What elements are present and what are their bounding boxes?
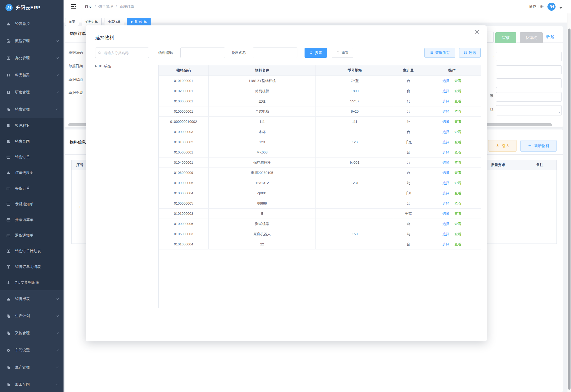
view-link[interactable]: 查看 bbox=[455, 211, 462, 216]
view-link[interactable]: 查看 bbox=[455, 89, 462, 93]
cell-material-name: 家庭机器人 bbox=[209, 229, 316, 239]
office-icon bbox=[6, 56, 11, 60]
select-link[interactable]: 选择 bbox=[443, 160, 450, 165]
reset-button[interactable]: 重置 bbox=[332, 48, 353, 58]
view-link[interactable]: 查看 bbox=[455, 130, 462, 134]
sidebar-item-备货订单[interactable]: 备货订单 bbox=[0, 181, 63, 196]
sidebar-item-加工车间[interactable]: 加工车间 bbox=[0, 376, 63, 392]
sidebar-item-办公管理[interactable]: 办公管理 bbox=[0, 49, 63, 67]
collapse-sidebar-icon[interactable] bbox=[70, 4, 77, 9]
breadcrumb-home[interactable]: 首页 bbox=[85, 4, 92, 9]
sidebar-item-7天交货明细表[interactable]: 7天交货明细表 bbox=[0, 275, 63, 290]
sidebar-item-生产计划[interactable]: 生产计划 bbox=[0, 308, 63, 324]
sidebar-item-流程管理[interactable]: 流程管理 bbox=[0, 32, 63, 49]
view-link[interactable]: 查看 bbox=[455, 191, 462, 196]
select-link[interactable]: 选择 bbox=[443, 242, 450, 247]
sidebar-item-料品档案[interactable]: 料品档案 bbox=[0, 67, 63, 84]
right-field-2[interactable] bbox=[496, 65, 562, 74]
chevron-down-icon[interactable] bbox=[559, 7, 562, 9]
right-field-4[interactable] bbox=[496, 92, 562, 102]
resize-handle-icon[interactable] bbox=[558, 110, 560, 114]
sidebar-item-开票结算单[interactable]: 开票结算单 bbox=[0, 212, 63, 228]
material-table-row: 0101000004 22 台 选择 查看 bbox=[159, 239, 481, 250]
add-material-button[interactable]: 新增物料 bbox=[520, 140, 557, 152]
select-link[interactable]: 选择 bbox=[443, 211, 450, 216]
view-link[interactable]: 查看 bbox=[455, 242, 462, 247]
category-search-input[interactable] bbox=[95, 47, 149, 58]
avatar[interactable]: M bbox=[547, 3, 556, 11]
sidebar-item-客户档案[interactable]: 客户档案 bbox=[0, 118, 63, 134]
tab-首页[interactable]: 首页 bbox=[65, 18, 79, 26]
material-name-input[interactable] bbox=[253, 47, 297, 58]
view-link[interactable]: 查看 bbox=[455, 99, 462, 104]
import-button[interactable]: 引入 bbox=[488, 140, 517, 152]
sidebar-item-车间设置[interactable]: 车间设置 bbox=[0, 342, 63, 359]
row-remark-cell[interactable] bbox=[523, 170, 556, 243]
sidebar-item-生产管理[interactable]: 生产管理 bbox=[0, 359, 63, 376]
view-link[interactable]: 查看 bbox=[455, 201, 462, 206]
audit-button[interactable]: 审核 bbox=[495, 32, 516, 43]
sidebar-item-销售订单[interactable]: 销售订单 bbox=[0, 149, 63, 165]
select-link[interactable]: 选择 bbox=[443, 171, 450, 175]
vertical-scrollbar-thumb[interactable] bbox=[568, 28, 571, 390]
chain-select-button[interactable]: 连选 bbox=[459, 48, 481, 58]
collapse-link[interactable]: 收起 bbox=[546, 34, 554, 40]
view-link[interactable]: 查看 bbox=[455, 232, 462, 236]
material-code-input[interactable] bbox=[180, 47, 225, 58]
query-all-button[interactable]: 查询所有 bbox=[424, 48, 455, 58]
view-link[interactable]: 查看 bbox=[455, 79, 462, 83]
tab-新增订单[interactable]: 新增订单 bbox=[127, 18, 150, 26]
view-link[interactable]: 查看 bbox=[455, 140, 462, 144]
remark-textarea[interactable] bbox=[496, 105, 562, 115]
tab-销售订单[interactable]: 销售订单 bbox=[82, 18, 102, 26]
select-link[interactable]: 选择 bbox=[443, 222, 450, 226]
page-title: 销售订单 bbox=[70, 31, 86, 36]
sidebar-item-研发管理[interactable]: 研发管理 bbox=[0, 84, 63, 101]
select-link[interactable]: 选择 bbox=[443, 140, 450, 144]
sidebar-item-销售报表[interactable]: 销售报表 bbox=[0, 290, 63, 308]
select-link[interactable]: 选择 bbox=[443, 109, 450, 114]
select-link[interactable]: 选择 bbox=[443, 201, 450, 206]
select-link[interactable]: 选择 bbox=[443, 130, 450, 134]
view-link[interactable]: 查看 bbox=[455, 171, 462, 175]
col-header-spec: 型号规格 bbox=[316, 65, 394, 76]
select-link[interactable]: 选择 bbox=[443, 232, 450, 236]
unaudit-button[interactable]: 反审核 bbox=[520, 32, 543, 43]
sidebar-item-发货通知单[interactable]: 发货通知单 bbox=[0, 196, 63, 212]
sidebar-item-销售合同[interactable]: 销售合同 bbox=[0, 134, 63, 149]
sidebar-item-经营总控[interactable]: 经营总控 bbox=[0, 15, 63, 32]
cell-material-code: 0103000001 bbox=[159, 96, 209, 106]
select-link[interactable]: 选择 bbox=[443, 150, 450, 155]
view-link[interactable]: 查看 bbox=[455, 222, 462, 226]
view-link[interactable]: 查看 bbox=[455, 160, 462, 165]
sidebar-item-销售订单计划表[interactable]: 销售订单计划表 bbox=[0, 243, 63, 259]
tab-查看订单[interactable]: 查看订单 bbox=[104, 18, 124, 26]
sidebar-item-销售订单明细表[interactable]: 销售订单明细表 bbox=[0, 259, 63, 275]
select-link[interactable]: 选择 bbox=[443, 99, 450, 104]
view-link[interactable]: 查看 bbox=[455, 181, 462, 185]
sidebar-item-退货通知单[interactable]: 退货通知单 bbox=[0, 228, 63, 243]
right-field-1[interactable] bbox=[496, 52, 562, 61]
cell-material-code: 0102000001 bbox=[159, 86, 209, 96]
close-icon[interactable]: ✕ bbox=[474, 29, 480, 35]
sidebar-item-采购管理[interactable]: 采购管理 bbox=[0, 324, 63, 342]
select-link[interactable]: 选择 bbox=[443, 79, 450, 83]
view-link[interactable]: 查看 bbox=[455, 150, 462, 155]
select-link[interactable]: 选择 bbox=[443, 89, 450, 93]
breadcrumb-sales[interactable]: 销售管理 bbox=[98, 4, 113, 9]
sidebar-item-销售管理[interactable]: 销售管理 bbox=[0, 101, 63, 118]
material-table-row: 0104000001 保存箱拉杆 lx-001 台 选择 查看 bbox=[159, 157, 481, 168]
flow-doc-icon bbox=[6, 39, 11, 43]
select-link[interactable]: 选择 bbox=[443, 181, 450, 185]
right-field-3[interactable] bbox=[496, 78, 562, 88]
manual-link[interactable]: 操作手册 bbox=[529, 4, 544, 9]
tree-node-finished-goods[interactable]: 01-成品 bbox=[95, 64, 111, 69]
view-link[interactable]: 查看 bbox=[455, 120, 462, 124]
search-button[interactable]: 搜索 bbox=[304, 48, 327, 58]
category-search-field[interactable] bbox=[103, 51, 146, 55]
select-link[interactable]: 选择 bbox=[443, 120, 450, 124]
vertical-scrollbar-track[interactable] bbox=[567, 13, 571, 392]
view-link[interactable]: 查看 bbox=[455, 109, 462, 114]
select-link[interactable]: 选择 bbox=[443, 191, 450, 196]
sidebar-item-订单进度图[interactable]: 订单进度图 bbox=[0, 165, 63, 181]
